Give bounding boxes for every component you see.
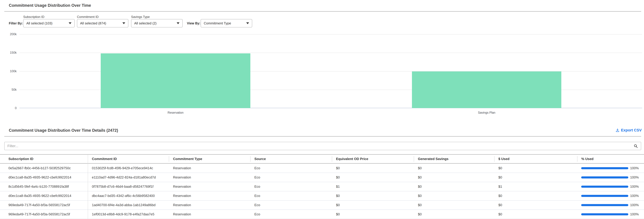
cell-generated-savings: $0 bbox=[414, 200, 494, 209]
cell-generated-savings: $0 bbox=[414, 182, 494, 191]
commitment-id-dropdown-value: All selected (874) bbox=[80, 21, 106, 25]
view-by-dropdown-value: Commitment Type bbox=[204, 21, 231, 25]
y-axis-tick: 0 bbox=[0, 106, 16, 110]
usage-percent-label: 100% bbox=[630, 166, 639, 170]
cell-dollar-used: $0 bbox=[494, 173, 577, 182]
cell-source: Eco bbox=[250, 210, 332, 219]
usage-progress-bar bbox=[581, 167, 628, 169]
cell-dollar-used: $0 bbox=[494, 200, 577, 209]
cell-source: Eco bbox=[250, 191, 332, 200]
cell-commitment-type: Reservation bbox=[169, 182, 250, 191]
cell-dollar-used: $0 bbox=[494, 210, 577, 219]
cell-subscription-id: 969eda49-717f-4a50-bf3a-56558172ac5f bbox=[0, 200, 88, 209]
cell-commitment-type: Reservation bbox=[169, 200, 250, 209]
column-divider bbox=[88, 155, 88, 219]
column-header-commitment-type[interactable]: Commitment Type bbox=[169, 155, 250, 163]
usage-progress-bar bbox=[581, 176, 628, 178]
savings-type-dropdown-label: Savings Type bbox=[131, 15, 150, 19]
cell-equivalent-od-price: $0 bbox=[332, 191, 414, 200]
cell-commitment-type: Reservation bbox=[169, 191, 250, 200]
cell-equivalent-od-price: $0 bbox=[332, 164, 414, 173]
caret-down-icon bbox=[69, 22, 72, 24]
download-icon bbox=[616, 128, 620, 132]
column-header-percent-used[interactable]: % Used bbox=[577, 155, 644, 163]
cell-source: Eco bbox=[250, 164, 332, 173]
usage-progress-fill bbox=[581, 176, 628, 178]
cell-subscription-id: d0ec1ca8-8a35-4935-9622-cbefc9922014 bbox=[0, 191, 88, 200]
usage-percent-label: 100% bbox=[630, 184, 639, 189]
y-axis-tick: 100k bbox=[0, 69, 16, 73]
cell-commitment-id: 0153025f-fcd8-45f6-9429-e705ece9414c bbox=[88, 164, 169, 173]
export-csv-button[interactable]: Export CSV bbox=[616, 128, 642, 132]
cell-percent-used: 100% bbox=[577, 173, 644, 182]
cell-equivalent-od-price: $0 bbox=[332, 173, 414, 182]
cell-generated-savings: $0 bbox=[414, 164, 494, 173]
cell-commitment-type: Reservation bbox=[169, 173, 250, 182]
column-header-subscription-id[interactable]: Subscription ID bbox=[0, 155, 88, 163]
usage-progress-bar bbox=[581, 204, 628, 206]
cell-commitment-type: Reservation bbox=[169, 164, 250, 173]
cell-source: Eco bbox=[250, 200, 332, 209]
caret-down-icon bbox=[177, 22, 180, 24]
details-title: Commitment Usage Distribution Over Time … bbox=[9, 128, 118, 133]
commitment-usage-page: Commitment Usage Distribution Over Time … bbox=[0, 0, 644, 219]
cell-percent-used: 100% bbox=[577, 200, 644, 209]
commitment-id-dropdown[interactable]: All selected (874) bbox=[77, 19, 128, 28]
bar-reservation[interactable] bbox=[101, 53, 250, 108]
usage-progress-fill bbox=[581, 213, 628, 215]
usage-progress-bar bbox=[581, 213, 628, 215]
subscription-id-dropdown-label: Subscription ID bbox=[23, 15, 44, 19]
column-header-dollar-used[interactable]: $ Used bbox=[494, 155, 577, 163]
usage-progress-bar bbox=[581, 186, 628, 188]
subscription-id-dropdown-value: All selected (103) bbox=[26, 21, 52, 25]
table-filter-input[interactable] bbox=[4, 142, 641, 150]
cell-subscription-id: d0ec1ca8-8a35-4935-9622-cbefc9922014 bbox=[0, 173, 88, 182]
usage-percent-label: 100% bbox=[630, 212, 639, 216]
cell-subscription-id: 8c1d5645-5fef-4a4c-b120-7708891fa38f bbox=[0, 182, 88, 191]
x-axis-label-savings-plan: Savings Plan bbox=[412, 111, 561, 115]
table-row: 969eda49-717f-4a50-bf3a-56558172ac5f 1ad… bbox=[0, 200, 644, 210]
table-row: d0ec1ca8-8a35-4935-9622-cbefc9922014 dbc… bbox=[0, 191, 644, 200]
cell-commitment-id: 1ef0013d-e8b8-4dc9-9178-e4fa27daa7e5 bbox=[88, 210, 169, 219]
usage-progress-fill bbox=[581, 195, 628, 197]
column-header-equivalent-od-price[interactable]: Equivalent OD Price bbox=[332, 155, 414, 163]
commitment-usage-bar-chart: 200k 150k 100k 50k 0 Reservation Savings… bbox=[0, 31, 644, 122]
cell-dollar-used: $0 bbox=[494, 191, 577, 200]
table-row: 969eda49-717f-4a50-bf3a-56558172ac5f 1ef… bbox=[0, 210, 644, 219]
table-row: d0ec1ca8-8a35-4935-9622-cbefc9922014 e11… bbox=[0, 173, 644, 182]
table-body: 0e5a2667-fb0c-4456-b127-503f2529750c 015… bbox=[0, 164, 644, 219]
usage-percent-label: 100% bbox=[630, 203, 639, 207]
cell-generated-savings: $0 bbox=[414, 173, 494, 182]
usage-progress-fill bbox=[581, 186, 628, 188]
cell-source: Eco bbox=[250, 173, 332, 182]
usage-progress-fill bbox=[581, 167, 628, 169]
view-by-dropdown[interactable]: Commitment Type bbox=[201, 19, 252, 28]
cell-percent-used: 100% bbox=[577, 191, 644, 200]
cell-generated-savings: $0 bbox=[414, 191, 494, 200]
savings-type-dropdown[interactable]: All selected (2) bbox=[131, 19, 182, 28]
cell-commitment-id: e1110ad7-4d96-4d22-824a-d181a80ecd7d bbox=[88, 173, 169, 182]
usage-percent-label: 100% bbox=[630, 175, 639, 179]
commitment-id-dropdown-label: Commitment ID bbox=[77, 15, 99, 19]
column-header-commitment-id[interactable]: Commitment ID bbox=[88, 155, 169, 163]
gridline bbox=[20, 34, 642, 35]
export-csv-label: Export CSV bbox=[621, 128, 642, 132]
cell-dollar-used: $1 bbox=[494, 182, 577, 191]
subscription-id-dropdown[interactable]: All selected (103) bbox=[23, 19, 75, 28]
cell-equivalent-od-price: $0 bbox=[332, 200, 414, 209]
bar-savings-plan[interactable] bbox=[412, 71, 561, 108]
usage-percent-label: 100% bbox=[630, 194, 639, 198]
cell-equivalent-od-price: $1 bbox=[332, 182, 414, 191]
table-header-row: Subscription ID Commitment ID Commitment… bbox=[0, 155, 644, 164]
table-filter bbox=[4, 142, 641, 150]
column-header-generated-savings[interactable]: Generated Savings bbox=[414, 155, 494, 163]
x-axis-label-reservation: Reservation bbox=[101, 111, 250, 115]
y-axis-tick: 50k bbox=[0, 88, 16, 92]
page-title: Commitment Usage Distribution Over Time bbox=[9, 3, 91, 8]
column-header-source[interactable]: Source bbox=[250, 155, 332, 163]
cell-generated-savings: $0 bbox=[414, 210, 494, 219]
cell-subscription-id: 0e5a2667-fb0c-4456-b127-503f2529750c bbox=[0, 164, 88, 173]
savings-type-dropdown-value: All selected (2) bbox=[134, 21, 156, 25]
search-icon bbox=[633, 144, 638, 148]
cell-commitment-id: 0f7875b8-d7c6-46d4-baa8-d58247769f1f bbox=[88, 182, 169, 191]
